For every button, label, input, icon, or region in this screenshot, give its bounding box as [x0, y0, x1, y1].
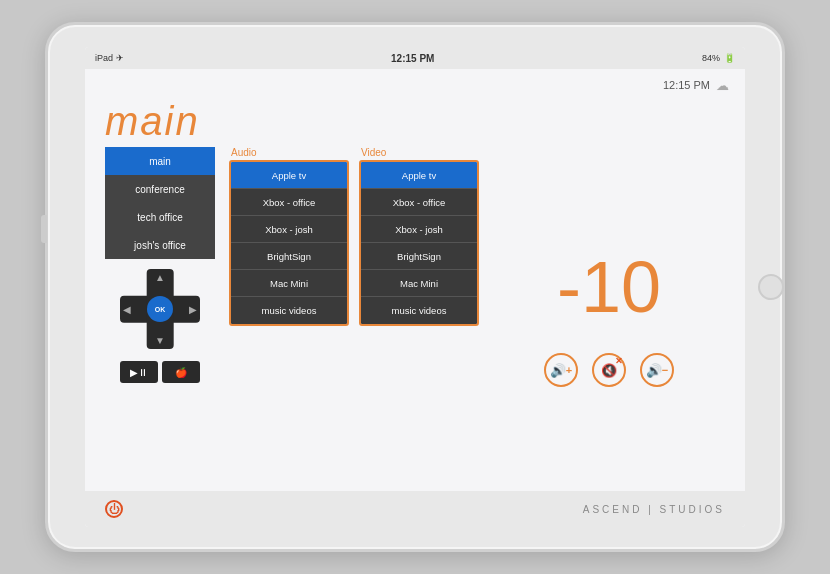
video-item-apple-tv[interactable]: Apple tv [361, 162, 477, 189]
audio-item-xbox-office[interactable]: Xbox - office [231, 189, 347, 216]
battery-level: 84% [702, 53, 720, 63]
weather-icon: ☁ [716, 78, 729, 93]
ok-button[interactable]: OK [147, 296, 173, 322]
bottom-bar: ⏻ ASCEND | STUDIOS [85, 491, 745, 527]
volume-controls: 🔊 + 🔇 ✕ 🔊 − [544, 353, 674, 387]
ipad-label: iPad ✈ [95, 53, 124, 63]
dpad-up[interactable]: ▲ [155, 272, 165, 283]
volume-up-button[interactable]: 🔊 + [544, 353, 578, 387]
right-section: -10 🔊 + 🔇 ✕ 🔊 − [493, 147, 725, 481]
main-content: main conference tech office josh's offic… [85, 147, 745, 491]
video-column: Video Apple tv Xbox - office Xbox - josh… [359, 147, 479, 481]
title-area: main [85, 101, 745, 147]
audio-item-apple-tv[interactable]: Apple tv [231, 162, 347, 189]
video-item-music-videos[interactable]: music videos [361, 297, 477, 324]
dpad-right[interactable]: ▶ [189, 304, 197, 315]
audio-item-brightsign[interactable]: BrightSign [231, 243, 347, 270]
volume-up-plus: + [566, 364, 572, 376]
video-item-brightsign[interactable]: BrightSign [361, 243, 477, 270]
apple-button[interactable]: 🍎 [162, 361, 200, 383]
nav-item-joshs-office[interactable]: josh's office [105, 231, 215, 259]
nav-item-main[interactable]: main [105, 147, 215, 175]
volume-down-minus: − [662, 364, 668, 376]
audio-item-music-videos[interactable]: music videos [231, 297, 347, 324]
volume-down-button[interactable]: 🔊 − [640, 353, 674, 387]
dpad-down[interactable]: ▼ [155, 335, 165, 346]
status-bar: iPad ✈ 12:15 PM 84% 🔋 [85, 47, 745, 69]
play-pause-button[interactable]: ▶⏸ [120, 361, 158, 383]
audio-label: Audio [229, 147, 349, 158]
top-bar: 12:15 PM ☁ [85, 69, 745, 101]
video-item-mac-mini[interactable]: Mac Mini [361, 270, 477, 297]
power-icon: ⏻ [109, 503, 120, 515]
center-columns: Audio Apple tv Xbox - office Xbox - josh… [229, 147, 479, 481]
nav-item-conference[interactable]: conference [105, 175, 215, 203]
battery-icon: 🔋 [724, 53, 735, 63]
dpad-left[interactable]: ◀ [123, 304, 131, 315]
audio-column: Audio Apple tv Xbox - office Xbox - josh… [229, 147, 349, 481]
transport-buttons: ▶⏸ 🍎 [120, 361, 200, 383]
audio-list: Apple tv Xbox - office Xbox - josh Brigh… [229, 160, 349, 326]
video-item-xbox-josh[interactable]: Xbox - josh [361, 216, 477, 243]
brand-label: ASCEND | STUDIOS [583, 504, 725, 515]
audio-item-xbox-josh[interactable]: Xbox - josh [231, 216, 347, 243]
volume-down-icon: 🔊 [646, 363, 662, 378]
top-time: 12:15 PM [663, 79, 710, 91]
power-button[interactable]: ⏻ [105, 500, 123, 518]
video-list: Apple tv Xbox - office Xbox - josh Brigh… [359, 160, 479, 326]
page-title: main [105, 99, 200, 143]
audio-item-mac-mini[interactable]: Mac Mini [231, 270, 347, 297]
tablet: iPad ✈ 12:15 PM 84% 🔋 12:15 PM ☁ main ma… [45, 22, 785, 552]
dpad-area: ▲ ▼ ◀ ▶ OK ▶⏸ 🍎 [105, 269, 215, 383]
video-label: Video [359, 147, 479, 158]
volume-up-icon: 🔊 [550, 363, 566, 378]
volume-mute-button[interactable]: 🔇 ✕ [592, 353, 626, 387]
video-item-xbox-office[interactable]: Xbox - office [361, 189, 477, 216]
mute-x-icon: ✕ [615, 356, 623, 366]
home-button[interactable] [758, 274, 784, 300]
volume-display: -10 [557, 251, 661, 323]
screen: iPad ✈ 12:15 PM 84% 🔋 12:15 PM ☁ main ma… [85, 47, 745, 527]
status-time: 12:15 PM [391, 53, 434, 64]
nav-item-tech-office[interactable]: tech office [105, 203, 215, 231]
left-nav: main conference tech office josh's offic… [105, 147, 215, 481]
dpad: ▲ ▼ ◀ ▶ OK [120, 269, 200, 349]
